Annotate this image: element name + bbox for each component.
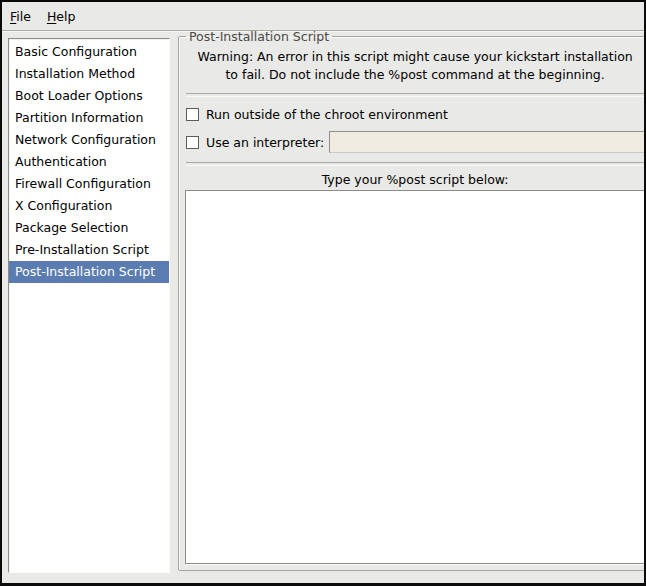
sidebar-item-x-configuration[interactable]: X Configuration [9,195,169,217]
script-instruction-label: Type your %post script below: [185,172,645,187]
sidebar-item-basic-configuration[interactable]: Basic Configuration [9,41,169,63]
sidebar-item-installation-method[interactable]: Installation Method [9,63,169,85]
chroot-checkbox-row[interactable]: Run outside of the chroot environment [186,103,645,125]
menu-file-label: ile [16,9,31,24]
interpreter-checkbox-row[interactable]: Use an interpreter: [186,131,645,153]
warning-line-1: Warning: An error in this script might c… [185,48,645,66]
interpreter-entry[interactable] [329,131,645,153]
warning-line-2: to fail. Do not include the %post comman… [185,66,645,84]
warning-label: Warning: An error in this script might c… [185,48,645,84]
post-installation-frame: Post-Installation Script Warning: An err… [178,29,646,571]
chroot-checkbox[interactable] [186,108,199,121]
sidebar-item-network-configuration[interactable]: Network Configuration [9,129,169,151]
sidebar-item-partition-information[interactable]: Partition Information [9,107,169,129]
interpreter-checkbox[interactable] [186,136,199,149]
menu-file[interactable]: File [2,4,39,29]
sidebar-item-pre-installation-script[interactable]: Pre-Installation Script [9,239,169,261]
interpreter-checkbox-label: Use an interpreter: [206,135,324,150]
frame-title: Post-Installation Script [186,29,332,44]
sidebar-item-package-selection[interactable]: Package Selection [9,217,169,239]
chroot-checkbox-label: Run outside of the chroot environment [206,107,448,122]
separator [186,162,644,166]
kickstart-configurator-window: File Help Basic ConfigurationInstallatio… [0,0,646,586]
sidebar-item-boot-loader-options[interactable]: Boot Loader Options [9,85,169,107]
menubar: File Help [2,2,644,31]
sidebar-item-firewall-configuration[interactable]: Firewall Configuration [9,173,169,195]
menu-help-mnemonic: H [47,9,56,24]
sidebar-item-authentication[interactable]: Authentication [9,151,169,173]
sidebar-list: Basic ConfigurationInstallation MethodBo… [8,38,170,573]
post-script-textarea[interactable] [185,190,645,564]
menu-help[interactable]: Help [39,4,84,29]
sidebar-item-post-installation-script[interactable]: Post-Installation Script [9,261,169,283]
separator [186,93,644,97]
menu-help-label: elp [56,9,75,24]
